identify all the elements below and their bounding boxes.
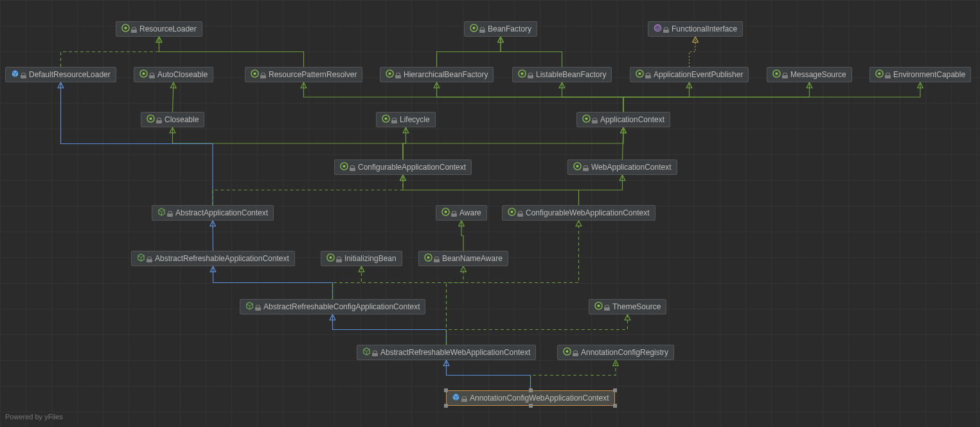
uml-node-Aware[interactable]: Aware [436, 205, 487, 221]
edge-AbstractRefreshableConfigApplicationContext-to-InitializingBean[interactable] [333, 266, 362, 299]
edge-ConfigurableApplicationContext-to-Closeable[interactable] [173, 127, 404, 159]
svg-point-11 [388, 72, 391, 75]
interface-icon [340, 162, 348, 172]
svg-point-9 [253, 72, 256, 75]
edge-ApplicationContext-to-HierarchicalBeanFactory[interactable] [437, 82, 624, 112]
uml-node-MessageSource[interactable]: MessageSource [767, 67, 852, 82]
uml-node-ResourceLoader[interactable]: ResourceLoader [116, 21, 202, 37]
selection-handle[interactable] [529, 388, 533, 392]
abstract-icon [137, 253, 145, 264]
lock-icon [592, 118, 598, 123]
node-label: EnvironmentCapable [893, 70, 965, 79]
edge-AbstractRefreshableWebApplicationContext-to-ThemeSource[interactable] [447, 314, 628, 345]
uml-node-Closeable[interactable]: Closeable [141, 112, 204, 127]
edge-BeanNameAware-to-Aware[interactable] [461, 221, 463, 251]
edge-WebApplicationContext-to-ApplicationContext[interactable] [623, 127, 624, 159]
svg-point-21 [149, 117, 152, 120]
class-icon [11, 69, 19, 80]
lock-icon [395, 73, 401, 78]
edge-AbstractApplicationContext-to-DefaultResourceLoader[interactable] [61, 82, 213, 205]
edge-ApplicationContext-to-ResourcePatternResolver[interactable] [304, 82, 624, 112]
node-label: Lifecycle [400, 115, 430, 124]
uml-node-Lifecycle[interactable]: Lifecycle [376, 112, 436, 127]
uml-node-BeanNameAware[interactable]: BeanNameAware [418, 251, 508, 266]
edge-ApplicationEventPublisher-to-FunctionalInterface[interactable] [690, 37, 696, 67]
svg-point-17 [775, 72, 778, 75]
edge-ConfigurableWebApplicationContext-to-ConfigurableApplicationContext[interactable] [403, 175, 579, 205]
edge-AbstractRefreshableWebApplicationContext-to-ConfigurableWebApplicationContext[interactable] [447, 221, 579, 345]
uml-node-ApplicationEventPublisher[interactable]: ApplicationEventPublisher [630, 67, 749, 82]
uml-node-ConfigurableWebApplicationContext[interactable]: ConfigurableWebApplicationContext [502, 205, 655, 221]
uml-diagram-canvas[interactable]: ResourceLoaderBeanFactory@FunctionalInte… [0, 0, 980, 427]
lock-icon [663, 27, 669, 33]
interface-icon [121, 24, 130, 34]
lock-icon [336, 257, 342, 262]
edge-ApplicationContext-to-ApplicationEventPublisher[interactable] [623, 82, 690, 112]
edge-ApplicationContext-to-MessageSource[interactable] [623, 82, 810, 112]
uml-node-EnvironmentCapable[interactable]: EnvironmentCapable [869, 67, 971, 82]
uml-node-AbstractRefreshableConfigApplicationContext[interactable]: AbstractRefreshableConfigApplicationCont… [240, 299, 425, 314]
edge-Closeable-to-AutoCloseable[interactable] [173, 82, 174, 112]
edge-ResourcePatternResolver-to-ResourceLoader[interactable] [159, 37, 304, 67]
node-label: BeanFactory [488, 24, 531, 33]
edge-AbstractApplicationContext-to-ConfigurableApplicationContext[interactable] [213, 175, 403, 205]
lock-icon [167, 211, 173, 217]
svg-point-41 [566, 350, 568, 352]
svg-point-23 [384, 117, 387, 120]
interface-icon [573, 162, 582, 172]
uml-node-ConfigurableApplicationContext[interactable]: ConfigurableApplicationContext [334, 159, 472, 175]
uml-node-DefaultResourceLoader[interactable]: DefaultResourceLoader [5, 67, 116, 82]
uml-node-ThemeSource[interactable]: ThemeSource [589, 299, 666, 314]
selection-handle[interactable] [444, 404, 448, 408]
interface-icon [875, 69, 884, 80]
interface-icon [772, 69, 781, 80]
edge-DefaultResourceLoader-to-ResourceLoader[interactable] [61, 37, 159, 67]
svg-point-31 [444, 210, 447, 213]
edge-ApplicationContext-to-ListableBeanFactory[interactable] [562, 82, 624, 112]
uml-node-HierarchicalBeanFactory[interactable]: HierarchicalBeanFactory [380, 67, 494, 82]
lock-icon [461, 396, 467, 402]
node-label: Closeable [165, 115, 199, 124]
interface-icon [326, 253, 335, 264]
uml-node-AbstractRefreshableWebApplicationContext[interactable]: AbstractRefreshableWebApplicationContext [357, 345, 536, 360]
edge-ConfigurableWebApplicationContext-to-WebApplicationContext[interactable] [579, 175, 623, 205]
lock-icon [645, 73, 651, 78]
lock-icon [479, 27, 485, 33]
interface-icon [518, 69, 526, 80]
uml-node-AutoCloseable[interactable]: AutoCloseable [134, 67, 213, 82]
svg-text:@: @ [655, 24, 660, 31]
node-label: AbstractRefreshableApplicationContext [155, 254, 289, 263]
uml-node-AnnotationConfigRegistry[interactable]: AnnotationConfigRegistry [557, 345, 674, 360]
edge-ConfigurableApplicationContext-to-ApplicationContext[interactable] [403, 127, 623, 159]
uml-node-AbstractRefreshableApplicationContext[interactable]: AbstractRefreshableApplicationContext [131, 251, 295, 266]
edge-AbstractRefreshableWebApplicationContext-to-AbstractRefreshableConfigApplicationContext[interactable] [333, 314, 447, 345]
uml-node-ResourcePatternResolver[interactable]: ResourcePatternResolver [245, 67, 362, 82]
uml-node-InitializingBean[interactable]: InitializingBean [321, 251, 402, 266]
uml-node-ApplicationContext[interactable]: ApplicationContext [576, 112, 670, 127]
svg-point-19 [878, 72, 880, 75]
uml-node-ListableBeanFactory[interactable]: ListableBeanFactory [512, 67, 612, 82]
edge-HierarchicalBeanFactory-to-BeanFactory[interactable] [437, 37, 501, 67]
edge-AbstractRefreshableConfigApplicationContext-to-AbstractRefreshableApplicationContext[interactable] [213, 266, 333, 299]
uml-node-WebApplicationContext[interactable]: WebApplicationContext [567, 159, 677, 175]
uml-node-FunctionalInterface[interactable]: @FunctionalInterface [648, 21, 743, 37]
selection-handle[interactable] [613, 388, 617, 392]
node-label: AutoCloseable [157, 70, 208, 79]
svg-point-37 [427, 256, 429, 259]
abstract-icon [157, 208, 166, 218]
edge-ListableBeanFactory-to-BeanFactory[interactable] [501, 37, 562, 67]
edge-ConfigurableApplicationContext-to-Lifecycle[interactable] [403, 127, 406, 159]
edge-AnnotationConfigWebApplicationContext-to-AbstractRefreshableWebApplicationContext[interactable] [447, 360, 531, 390]
edge-AbstractRefreshableConfigApplicationContext-to-BeanNameAware[interactable] [333, 266, 464, 299]
selection-handle[interactable] [444, 388, 448, 392]
selection-handle[interactable] [613, 404, 617, 408]
interface-icon [139, 69, 148, 80]
svg-point-15 [638, 72, 641, 75]
edge-AnnotationConfigWebApplicationContext-to-AnnotationConfigRegistry[interactable] [531, 360, 616, 390]
selection-handle[interactable] [529, 404, 533, 408]
uml-node-BeanFactory[interactable]: BeanFactory [464, 21, 537, 37]
uml-node-AbstractApplicationContext[interactable]: AbstractApplicationContext [152, 205, 274, 221]
edge-AbstractRefreshableApplicationContext-to-AbstractApplicationContext[interactable] [213, 221, 213, 251]
node-label: ResourceLoader [139, 24, 197, 33]
edge-ApplicationContext-to-EnvironmentCapable[interactable] [623, 82, 920, 112]
